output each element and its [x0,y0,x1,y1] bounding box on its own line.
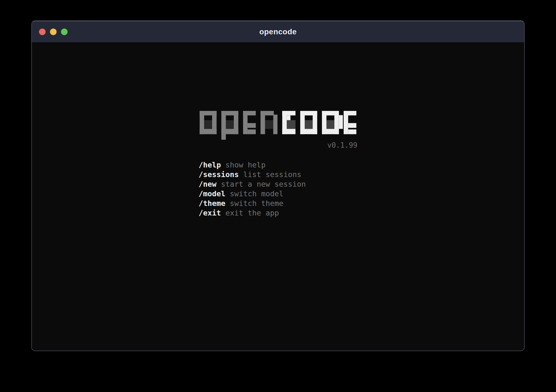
opencode-logo [199,111,357,140]
window-titlebar: opencode [32,21,524,42]
zoom-button[interactable] [61,29,68,35]
terminal-content: v0.1.99 /help show help /sessions list s… [32,111,524,351]
command-name: /help [199,161,221,169]
command-name: /exit [199,209,221,217]
command-row: /theme switch theme [199,198,357,208]
command-description: switch model [230,189,283,198]
command-description: show help [226,161,266,169]
command-name: /theme [199,199,226,208]
command-row: /model switch model [199,189,357,198]
window-title: opencode [259,27,297,36]
command-name: /model [199,189,226,198]
command-description: list sessions [243,170,301,179]
traffic-lights [39,21,68,42]
command-row: /new start a new session [199,179,357,189]
command-list: /help show help /sessions list sessions … [199,160,357,218]
close-button[interactable] [39,29,46,35]
hero-section: v0.1.99 /help show help /sessions list s… [199,111,357,218]
command-name: /new [199,180,216,188]
command-description: exit the app [226,209,279,217]
command-row: /sessions list sessions [199,170,357,179]
command-name: /sessions [199,170,239,179]
command-row: /help show help [199,160,357,170]
app-window: opencode v0.1.99 /help show help /sessio… [31,21,525,351]
version-label: v0.1.99 [199,141,357,150]
command-description: start a new session [221,180,306,188]
command-row: /exit exit the app [199,208,357,218]
command-description: switch theme [230,199,283,208]
minimize-button[interactable] [50,29,57,35]
